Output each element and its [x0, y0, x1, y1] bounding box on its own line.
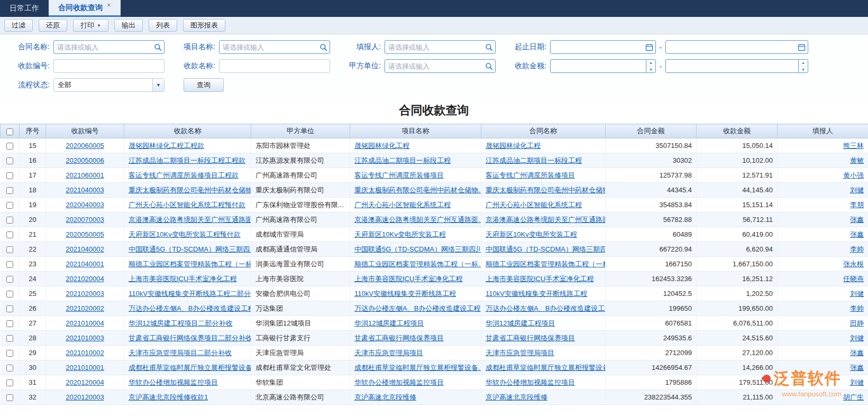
col-header-receipt-amount[interactable]: 收款金额 — [697, 124, 778, 138]
search-icon[interactable] — [482, 60, 495, 72]
row-checkbox[interactable] — [6, 276, 13, 283]
filler-link[interactable]: 熊三林 — [843, 142, 864, 150]
filler-link[interactable]: 张鑫 — [850, 216, 864, 224]
contract-name-link[interactable]: 天津市应急管理局项目 — [486, 349, 554, 357]
filler-input[interactable] — [385, 43, 482, 51]
receipt-no-link[interactable]: 2020120004 — [66, 378, 104, 386]
row-checkbox[interactable] — [6, 261, 13, 268]
contract-name-link[interactable]: 客运专线广州调度所装修项目 — [486, 171, 575, 179]
filler-link[interactable]: 张鑫 — [850, 349, 864, 357]
project-name-link[interactable]: 江苏成品油二期项目一标段工程 — [354, 156, 451, 164]
date-end-input[interactable] — [666, 43, 795, 51]
filler-link[interactable]: 黄小强 — [843, 171, 864, 179]
select-all-checkbox[interactable] — [6, 128, 13, 135]
row-checkbox[interactable] — [6, 320, 13, 327]
project-name-link[interactable]: 广州天心苑小区智能化系统工程 — [354, 201, 451, 209]
row-checkbox[interactable] — [6, 172, 13, 179]
receipt-no-link[interactable]: 2020050005 — [66, 230, 104, 238]
receipt-no-link[interactable]: 2021020002 — [66, 304, 104, 312]
list-button[interactable]: 列表 — [149, 19, 177, 32]
receipt-name-link[interactable]: 上海市美容医院ICU手术室净化工程 — [129, 275, 236, 283]
col-header-contract-amount[interactable]: 合同金额 — [606, 124, 697, 138]
receipt-no-link[interactable]: 2020050006 — [66, 156, 104, 164]
filler-link[interactable]: 刘健 — [850, 290, 864, 298]
project-name-link[interactable]: 天津市应急管理局项目 — [354, 349, 423, 357]
project-name-link[interactable]: 晟铭园林绿化工程 — [354, 142, 409, 150]
calendar-icon[interactable] — [795, 41, 808, 53]
row-checkbox[interactable] — [6, 365, 13, 371]
filter-button[interactable]: 过滤 — [4, 19, 33, 32]
contract-name-link[interactable]: 广州天心苑小区智能化系统工程 — [486, 201, 582, 209]
receipt-name-link[interactable]: 江苏成品油二期项目一标段工程工程款 — [129, 156, 245, 164]
search-icon[interactable] — [482, 41, 495, 53]
receipt-name-link[interactable]: 京沪高速北京段维修收款1 — [129, 393, 208, 401]
project-name-link[interactable]: 万达办公楼左侧A、B办公楼改造建设工程 — [354, 304, 480, 312]
receipt-no-link[interactable]: 2021010004 — [66, 319, 104, 327]
spinner-up-icon[interactable]: ▲ — [799, 60, 808, 67]
close-icon[interactable]: × — [107, 2, 111, 8]
receipt-name-link[interactable]: 广州天心苑小区智能化系统工程预付款 — [129, 201, 245, 209]
col-header-project[interactable]: 项目名称 — [350, 124, 481, 138]
row-checkbox[interactable] — [6, 157, 13, 164]
restore-button[interactable]: 还原 — [39, 19, 67, 32]
row-checkbox[interactable] — [6, 202, 13, 209]
filler-link[interactable]: 张鑫 — [850, 364, 864, 371]
search-button[interactable]: 查询 — [184, 78, 224, 92]
project-name-link[interactable]: 京沪高速北京段维修 — [354, 393, 416, 401]
project-name-link[interactable]: 顺德工业园区档案管理精装饰工程（一标... — [354, 260, 481, 268]
contract-name-link[interactable]: 万达办公楼左侧A、B办公楼改造建设工程 — [486, 304, 606, 312]
project-name-link[interactable]: 华润12城房建工程项目 — [354, 319, 424, 327]
receipt-name-link[interactable]: 成都杜甫草堂临时展厅独立展柜报警设备... — [129, 364, 251, 371]
project-name-link[interactable]: 上海市美容医院ICU手术室净化工程 — [354, 275, 462, 283]
project-name-link[interactable]: 110kV安徽线糧集变开断线路工程 — [354, 290, 456, 298]
row-checkbox[interactable] — [6, 350, 13, 357]
receipt-no-link[interactable]: 2021010002 — [66, 349, 104, 357]
receipt-no-link[interactable]: 2020040003 — [66, 201, 104, 209]
receipt-name-link[interactable]: 顺德工业园区档案管理精装饰工程（一标... — [129, 260, 251, 268]
receipt-name-link[interactable]: 晟铭园林绿化工程工程款 — [129, 142, 204, 150]
receipt-no-link[interactable]: 2021020003 — [66, 290, 104, 298]
row-checkbox[interactable] — [6, 394, 13, 401]
contract-name-link[interactable]: 顺德工业园区档案管理精装饰工程（一标... — [486, 260, 606, 268]
col-header-receipt-no[interactable]: 收款编号 — [46, 124, 124, 138]
project-name-link[interactable]: 成都杜甫草堂临时展厅独立展柜报警设备... — [354, 364, 481, 371]
receipt-no-link[interactable]: 2021060001 — [66, 171, 104, 179]
project-name-input[interactable] — [220, 43, 317, 51]
receipt-no-link[interactable]: 2021020004 — [66, 275, 104, 283]
contract-name-input[interactable] — [54, 43, 151, 51]
project-name-link[interactable]: 重庆太极制药有限公司亳州中药材仓储物... — [354, 186, 481, 194]
search-icon[interactable] — [151, 41, 164, 53]
filler-link[interactable]: 黄敏 — [850, 156, 864, 164]
col-header-no[interactable]: 序号 — [20, 124, 46, 138]
receipt-no-link[interactable]: 2021010001 — [66, 364, 104, 371]
receipt-name-link[interactable]: 天津市应急管理局项目二部分补收 — [129, 349, 232, 357]
receipt-name-link[interactable]: 客运专线广州调度所装修项目工程款 — [129, 171, 239, 179]
receipt-no-link[interactable]: 2021010003 — [66, 334, 104, 342]
project-name-link[interactable]: 中国联通5G（TD-SCDMA）网络三期四川... — [354, 245, 481, 253]
col-header-contract[interactable]: 合同名称 — [481, 124, 606, 138]
row-checkbox[interactable] — [6, 217, 13, 224]
amount-max-input[interactable] — [666, 62, 798, 70]
col-header-party-a[interactable]: 甲方单位 — [251, 124, 350, 138]
filler-link[interactable]: 任晓燕 — [843, 275, 864, 283]
row-checkbox[interactable] — [6, 291, 13, 298]
col-header-receipt-name[interactable]: 收款名称 — [124, 124, 251, 138]
filler-link[interactable]: 胡广生 — [843, 393, 864, 401]
row-checkbox[interactable] — [6, 143, 13, 150]
search-icon[interactable] — [317, 41, 330, 53]
project-name-link[interactable]: 天府新区10Kv变电所安装工程 — [354, 230, 446, 238]
contract-name-link[interactable]: 晟铭园林绿化工程 — [486, 142, 541, 150]
receipt-name-link[interactable]: 中国联通5G（TD-SCDMA）网络三期四川... — [129, 245, 251, 253]
status-select[interactable]: 全部 ▼ — [53, 78, 165, 92]
project-name-link[interactable]: 华软办公楼增加视频监控项目 — [354, 378, 444, 386]
tab-contract-receipt-query[interactable]: 合同收款查询 × — [49, 0, 121, 17]
receipt-name-input[interactable] — [220, 62, 330, 70]
row-checkbox[interactable] — [6, 231, 13, 238]
filler-link[interactable]: 李帅 — [850, 304, 864, 312]
filler-link[interactable]: 刘健 — [850, 378, 864, 386]
contract-name-link[interactable]: 甘肃省工商银行网络保养项目 — [486, 334, 575, 342]
receipt-no-link[interactable]: 2020060005 — [66, 142, 104, 150]
receipt-name-link[interactable]: 万达办公楼左侧A、B办公楼改造建设工程 — [129, 304, 251, 312]
contract-name-link[interactable]: 华润12城房建工程项目 — [486, 319, 555, 327]
row-checkbox[interactable] — [6, 187, 13, 194]
